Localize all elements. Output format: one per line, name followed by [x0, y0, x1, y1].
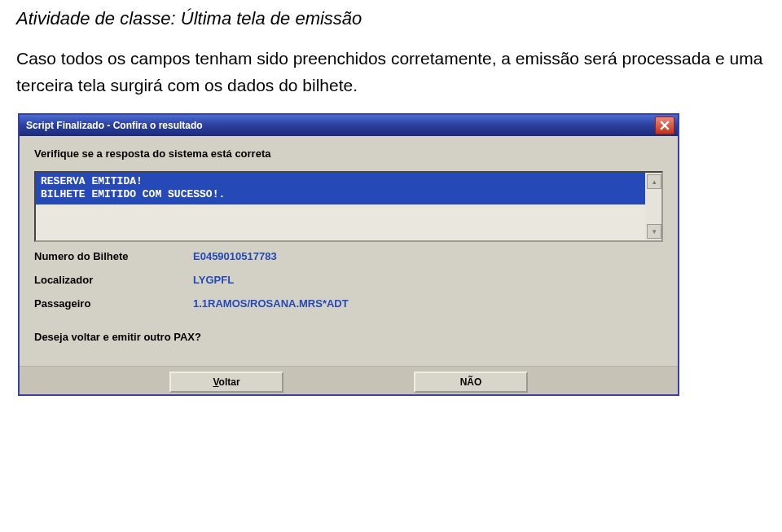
ticket-number-label: Numero do Bilhete — [34, 250, 193, 262]
passenger-label: Passageiro — [34, 297, 193, 310]
button-bar: Voltar NÃO — [20, 366, 678, 394]
result-window: Script Finalizado - Confira o resultado … — [18, 113, 679, 396]
passenger-value: 1.1RAMOS/ROSANA.MRS*ADT — [193, 297, 349, 310]
result-text-area: RESERVA EMITIDA! BILHETE EMITIDO COM SUC… — [36, 173, 645, 240]
window-title: Script Finalizado - Confira o resultado — [26, 120, 203, 131]
passenger-row: Passageiro 1.1RAMOS/ROSANA.MRS*ADT — [34, 297, 663, 310]
scroll-down-button[interactable]: ▾ — [647, 224, 661, 239]
locator-value: LYGPFL — [193, 274, 234, 286]
locator-row: Localizador LYGPFL — [34, 274, 663, 286]
result-blank-area — [36, 204, 645, 240]
result-line-2: BILHETE EMITIDO COM SUCESSO!. — [41, 188, 642, 201]
chevron-up-icon: ▴ — [652, 178, 657, 186]
page-description: Caso todos os campos tenham sido preench… — [16, 46, 766, 99]
close-button[interactable] — [655, 117, 674, 134]
window-content: Verifique se a resposta do sistema está … — [20, 136, 678, 366]
page-title: Atividade de classe: Última tela de emis… — [16, 8, 766, 29]
locator-label: Localizador — [34, 274, 193, 286]
no-button[interactable]: NÃO — [414, 372, 528, 393]
close-icon — [660, 121, 670, 130]
result-highlight: RESERVA EMITIDA! BILHETE EMITIDO COM SUC… — [36, 173, 645, 204]
ticket-number-value: E0459010517783 — [193, 250, 277, 262]
ticket-number-row: Numero do Bilhete E0459010517783 — [34, 250, 663, 262]
chevron-down-icon: ▾ — [652, 227, 657, 235]
scrollbar[interactable]: ▴ ▾ — [645, 173, 661, 240]
question-label: Deseja voltar e emitir outro PAX? — [34, 331, 663, 343]
result-line-1: RESERVA EMITIDA! — [41, 175, 642, 188]
back-button-hotkey: V — [213, 376, 218, 388]
window-titlebar: Script Finalizado - Confira o resultado — [20, 115, 678, 136]
scroll-up-button[interactable]: ▴ — [647, 174, 661, 189]
back-button-rest: oltar — [219, 376, 240, 388]
back-button[interactable]: Voltar — [169, 372, 283, 393]
verify-label: Verifique se a resposta do sistema está … — [34, 147, 663, 160]
result-box: RESERVA EMITIDA! BILHETE EMITIDO COM SUC… — [34, 171, 663, 242]
